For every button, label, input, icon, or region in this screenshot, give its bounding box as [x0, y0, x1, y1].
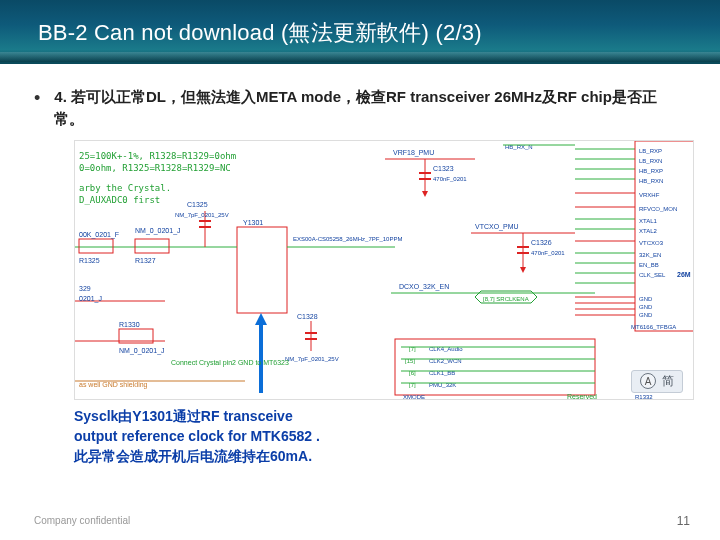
schematic-diagram: 25=100K+-1%, R1328=R1329=0ohm 0=0ohm, R1…	[74, 140, 694, 400]
svg-text:GND: GND	[639, 296, 653, 302]
note-line-1: Sysclk由Y1301通过RF transceive	[74, 406, 434, 426]
schematic-note: arby the Crystal.	[79, 183, 171, 193]
svg-text:470nF_0201: 470nF_0201	[433, 176, 467, 182]
svg-text:VTCXO3: VTCXO3	[639, 240, 664, 246]
svg-marker-47	[520, 267, 526, 273]
svg-text:NM_7pF_0201_25V: NM_7pF_0201_25V	[285, 356, 339, 362]
svg-text:R1332: R1332	[635, 394, 653, 400]
svg-text:0201_J: 0201_J	[79, 295, 102, 303]
svg-text:NM_7pF_0201_25V: NM_7pF_0201_25V	[175, 212, 229, 218]
svg-rect-20	[237, 227, 287, 313]
svg-text:RFVCO_MON: RFVCO_MON	[639, 206, 677, 212]
svg-text:32K_EN: 32K_EN	[639, 252, 661, 258]
callout-note: Sysclk由Y1301通过RF transceive output refer…	[74, 406, 434, 467]
svg-rect-4	[79, 239, 113, 253]
schematic-note: D_AUXADC0 first	[79, 195, 160, 205]
svg-text:C1325: C1325	[187, 201, 208, 208]
ime-badge: A 简	[631, 370, 683, 393]
svg-text:LB_RXN: LB_RXN	[639, 158, 662, 164]
svg-text:EN_BB: EN_BB	[639, 262, 659, 268]
svg-text:MT6166_TFBGA: MT6166_TFBGA	[631, 324, 676, 330]
svg-text:470nF_0201: 470nF_0201	[531, 250, 565, 256]
bullet-marker: •	[34, 86, 40, 130]
svg-text:R1327: R1327	[135, 257, 156, 264]
svg-text:GND: GND	[639, 304, 653, 310]
svg-text:LB_RXP: LB_RXP	[639, 148, 662, 154]
svg-text:XMODE: XMODE	[403, 394, 425, 400]
svg-text:EXS00A-CS05258_26MHz_7PF_10PPM: EXS00A-CS05258_26MHz_7PF_10PPM	[293, 236, 402, 242]
svg-text:HB_RXP: HB_RXP	[639, 168, 663, 174]
svg-text:VRXHF: VRXHF	[639, 192, 660, 198]
footer-confidential: Company confidential	[34, 515, 130, 526]
bullet-item-4: • 4. 若可以正常DL，但無法進入META mode，檢查RF transce…	[34, 86, 686, 130]
svg-text:C1323: C1323	[433, 165, 454, 172]
svg-text:Y1301: Y1301	[243, 219, 263, 226]
svg-text:Connect Crystal pin2 GND to MT: Connect Crystal pin2 GND to MT6323	[171, 359, 289, 367]
svg-marker-39	[422, 191, 428, 197]
svg-text:[8,7] SRCLKENA: [8,7] SRCLKENA	[483, 296, 529, 302]
svg-text:VTCXO_PMU: VTCXO_PMU	[475, 223, 519, 231]
svg-rect-7	[135, 239, 169, 253]
svg-text:XTAL1: XTAL1	[639, 218, 658, 224]
schematic-note: 25=100K+-1%, R1328=R1329=0ohm	[79, 151, 236, 161]
svg-text:00K_0201_F: 00K_0201_F	[79, 231, 119, 239]
note-line-3: 此异常会造成开机后电流维持在60mA.	[74, 446, 434, 466]
schematic-note: 0=0ohm, R1325=R1328=R1329=NC	[79, 163, 231, 173]
svg-text:CLK_SEL: CLK_SEL	[639, 272, 666, 278]
svg-text:VRF18_PMU: VRF18_PMU	[393, 149, 434, 157]
note-line-2: output reference clock for MTK6582 .	[74, 426, 434, 446]
bullet-text: 4. 若可以正常DL，但無法進入META mode，檢查RF transceiv…	[54, 86, 686, 130]
svg-text:C1326: C1326	[531, 239, 552, 246]
ime-letter: A	[640, 373, 656, 389]
svg-marker-31	[255, 313, 267, 325]
slide-title: BB-2 Can not download (無法更新軟件) (2/3)	[0, 0, 720, 48]
svg-text:NM_0_0201_J: NM_0_0201_J	[119, 347, 165, 355]
svg-text:C1328: C1328	[297, 313, 318, 320]
page-number: 11	[677, 514, 690, 528]
svg-text:XTAL2: XTAL2	[639, 228, 658, 234]
svg-text:DCXO_32K_EN: DCXO_32K_EN	[399, 283, 449, 291]
svg-text:NM_0_0201_J: NM_0_0201_J	[135, 227, 181, 235]
ime-label: 简	[662, 373, 674, 390]
svg-text:R1325: R1325	[79, 257, 100, 264]
svg-text:R1330: R1330	[119, 321, 140, 328]
svg-text:329: 329	[79, 285, 91, 292]
svg-text:as well GND shielding: as well GND shielding	[79, 381, 148, 389]
slide-header: BB-2 Can not download (無法更新軟件) (2/3)	[0, 0, 720, 64]
svg-text:Reserved: Reserved	[567, 393, 597, 400]
svg-text:26M: 26M	[677, 271, 691, 278]
svg-text:HB_RXN: HB_RXN	[639, 178, 663, 184]
svg-text:GND: GND	[639, 312, 653, 318]
slide-body: • 4. 若可以正常DL，但無法進入META mode，檢查RF transce…	[0, 64, 720, 466]
